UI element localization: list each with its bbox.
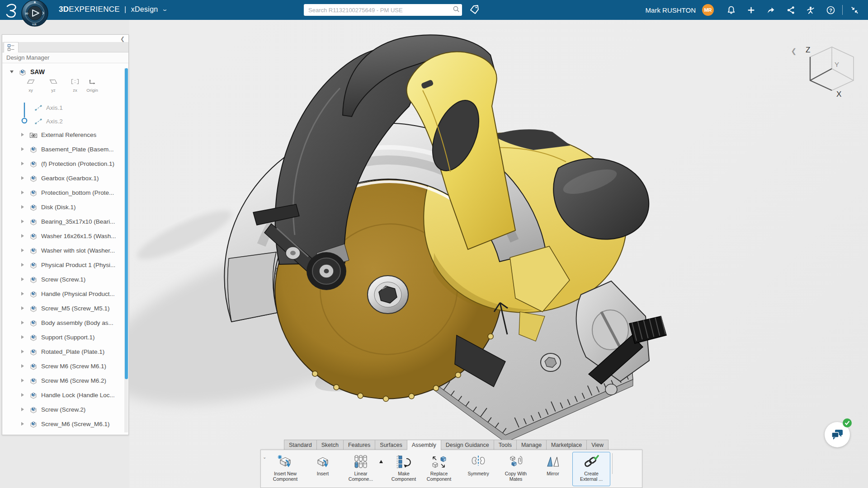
- tree-item-label: Axis.1: [46, 104, 63, 111]
- view-cube[interactable]: Z Y X: [794, 37, 862, 105]
- expand-caret-icon[interactable]: [19, 292, 25, 296]
- expand-caret-icon[interactable]: [19, 350, 25, 353]
- avatar[interactable]: MR: [702, 4, 714, 16]
- tree-item-component[interactable]: Washer with slot (Washer...: [2, 243, 123, 258]
- search-input[interactable]: [304, 7, 450, 14]
- expand-caret-icon[interactable]: [19, 263, 25, 267]
- compass-user-icon[interactable]: [801, 3, 821, 17]
- 3d-viewport[interactable]: ❮ Z Y X: [129, 20, 868, 488]
- collapse-caret-icon[interactable]: [9, 70, 14, 73]
- expand-caret-icon[interactable]: [19, 234, 25, 238]
- expand-caret-icon[interactable]: [19, 133, 25, 136]
- tab-design-guidance[interactable]: Design Guidance: [441, 440, 494, 450]
- tree-item-component[interactable]: Bearing_35x17x10 (Beari...: [2, 214, 123, 229]
- tree-item-plane-yz[interactable]: yz: [43, 78, 64, 93]
- tree-item-component[interactable]: Handle (Physical Product...: [2, 286, 123, 301]
- expand-caret-icon[interactable]: [19, 408, 25, 411]
- expand-caret-icon[interactable]: [19, 277, 25, 281]
- help-icon[interactable]: ?: [821, 3, 840, 17]
- bell-icon[interactable]: [721, 3, 741, 17]
- tree-item-component[interactable]: Rotated_Plate (Plate.1): [2, 344, 123, 359]
- tree-item-partial[interactable]: [2, 431, 123, 435]
- plus-icon[interactable]: [741, 3, 761, 17]
- make-component-button[interactable]: MakeComponent: [385, 452, 423, 486]
- tab-manage[interactable]: Manage: [516, 440, 546, 450]
- panel-collapse-icon[interactable]: ❮: [120, 36, 125, 42]
- mirror-button[interactable]: Mirror: [534, 452, 572, 486]
- tab-sketch[interactable]: Sketch: [316, 440, 343, 450]
- tree-item-component[interactable]: Support (Support.1): [2, 330, 123, 344]
- tab-design-manager[interactable]: [4, 42, 19, 52]
- tree-item-component[interactable]: Gearbox (Gearbox.1): [2, 171, 123, 185]
- tab-tools[interactable]: Tools: [494, 440, 516, 450]
- expand-caret-icon[interactable]: [19, 335, 25, 339]
- expand-caret-icon[interactable]: [19, 147, 25, 151]
- compass-icon[interactable]: 3D V.R: [21, 0, 49, 27]
- replace-component-button[interactable]: ReplaceComponent: [420, 452, 458, 486]
- tab-view[interactable]: View: [586, 440, 609, 450]
- tree-item-axis-2[interactable]: Axis.2: [2, 114, 123, 128]
- toolbar-button-label: Insert NewComponent: [273, 471, 297, 482]
- linear-component-button[interactable]: LinearCompone...: [342, 452, 380, 486]
- tree-item-component[interactable]: Screw M6 (Screw M6.2): [2, 373, 123, 388]
- panel-scrollbar-thumb[interactable]: [125, 68, 128, 379]
- tab-assembly[interactable]: Assembly: [407, 440, 441, 450]
- expand-caret-icon[interactable]: [19, 220, 25, 223]
- expand-caret-icon[interactable]: [19, 191, 25, 194]
- expand-caret-icon[interactable]: [19, 379, 25, 382]
- collapse-window-icon[interactable]: [844, 3, 864, 17]
- tree-item-plane-xy[interactable]: xy: [20, 78, 41, 93]
- expand-caret-icon[interactable]: [19, 422, 25, 426]
- component-icon: [29, 406, 38, 413]
- tree-item-component[interactable]: Handle Lock (Handle Loc...: [2, 388, 123, 402]
- plane-label: xy: [20, 88, 41, 93]
- expand-caret-icon[interactable]: [19, 393, 25, 397]
- expand-caret-icon[interactable]: [19, 249, 25, 252]
- tree-item-root[interactable]: SAW: [2, 65, 123, 79]
- tree-item-component[interactable]: External References: [2, 127, 123, 142]
- tree-item-component[interactable]: Disk (Disk.1): [2, 200, 123, 214]
- panel-scrollbar-track[interactable]: [124, 68, 128, 432]
- tree-item-component[interactable]: Body assembly (Body as...: [2, 315, 123, 330]
- tree-item-component[interactable]: (f) Protection (Protection.1): [2, 156, 123, 171]
- expand-caret-icon[interactable]: [19, 364, 25, 368]
- expand-caret-icon[interactable]: [19, 176, 25, 180]
- tree-item-component[interactable]: Physical Product 1 (Physi...: [2, 258, 123, 272]
- tree-item-axis-1[interactable]: Axis.1: [2, 100, 123, 115]
- tree-item-plane-origin[interactable]: Origin: [82, 78, 103, 93]
- tree-item-component[interactable]: Screw_M6 (Screw_M6.1): [2, 417, 123, 431]
- chevron-down-icon[interactable]: ⌄: [161, 6, 168, 12]
- expand-caret-icon[interactable]: [19, 205, 25, 209]
- 3ds-logo-icon[interactable]: [5, 3, 20, 18]
- tree-item-component[interactable]: Basement_Plate (Basem...: [2, 142, 123, 156]
- insert-new-component-button[interactable]: Insert NewComponent: [266, 452, 304, 486]
- tab-standard[interactable]: Standard: [284, 440, 316, 450]
- tree-item-component[interactable]: Screw_M5 (Screw_M5.1): [2, 301, 123, 315]
- flyout-expand-icon[interactable]: [379, 460, 383, 463]
- search-icon[interactable]: [450, 5, 462, 14]
- share-icon[interactable]: [761, 3, 781, 17]
- tab-marketplace[interactable]: Marketplace: [546, 440, 586, 450]
- expand-caret-icon[interactable]: [19, 321, 25, 324]
- toolbar-button-label: ReplaceComponent: [427, 471, 451, 482]
- tree-item-component[interactable]: Washer 16x26x1.5 (Wash...: [2, 229, 123, 243]
- tab-surfaces[interactable]: Surfaces: [375, 440, 406, 450]
- insert-button[interactable]: Insert: [304, 452, 342, 486]
- copy-with-mates-button[interactable]: Copy WithMates: [497, 452, 535, 486]
- design-manager-panel: ❮ Design Manager SAWxyyzzxOriginAxis.1Ax…: [2, 34, 129, 435]
- svg-text:V.R: V.R: [32, 23, 37, 26]
- tag-icon[interactable]: [468, 4, 481, 16]
- user-name[interactable]: Mark RUSHTON: [646, 6, 696, 14]
- tree-item-component[interactable]: Screw M6 (Screw M6.1): [2, 359, 123, 373]
- share-nodes-icon[interactable]: [781, 3, 801, 17]
- toolbar-divider: [612, 453, 613, 474]
- symmetry-button[interactable]: Symmetry: [459, 452, 497, 486]
- tree-item-component[interactable]: Screw (Screw.2): [2, 402, 123, 417]
- create-external-button[interactable]: CreateExternal ...: [572, 452, 610, 486]
- expand-caret-icon[interactable]: [19, 162, 25, 165]
- tab-features[interactable]: Features: [343, 440, 375, 450]
- tree-item-component[interactable]: Screw (Screw.1): [2, 272, 123, 286]
- tree-item-component[interactable]: Protection_bottom (Prote...: [2, 185, 123, 200]
- tree-item-label: Gearbox (Gearbox.1): [41, 175, 99, 182]
- expand-caret-icon[interactable]: [19, 306, 25, 310]
